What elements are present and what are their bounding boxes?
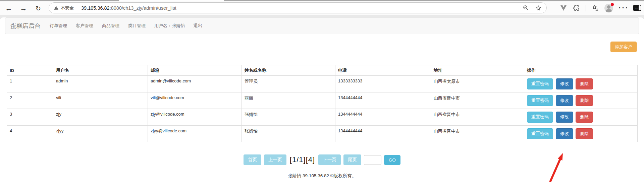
cell-username: admin <box>53 76 148 92</box>
table-row: 2 vili vili@vilicode.com 丽丽 1344444444 山… <box>7 92 638 109</box>
edit-button-target[interactable]: 修改 <box>556 128 573 139</box>
cell-username: zjyy <box>53 125 148 142</box>
cell-actions: 重置密码 修改 删除 <box>524 76 638 92</box>
active-tab[interactable] <box>119 0 224 1</box>
edit-button[interactable]: 修改 <box>556 78 573 89</box>
collections-icon[interactable] <box>592 4 599 11</box>
edit-button[interactable]: 修改 <box>556 112 573 122</box>
warning-triangle-icon <box>54 5 59 10</box>
delete-button[interactable]: 删除 <box>576 112 593 122</box>
cell-address: 山西省晋中市 <box>431 125 524 142</box>
cell-id: 3 <box>7 109 53 125</box>
nav-item-logout[interactable]: 退出 <box>189 23 207 29</box>
next-page-button[interactable]: 下一页 <box>318 154 341 165</box>
cell-email: admin@vilicode.com <box>148 76 242 92</box>
nav-item-categories[interactable]: 类目管理 <box>124 23 150 29</box>
cell-phone: 1344444444 <box>335 92 431 109</box>
add-customer-button[interactable]: 添加客户 <box>610 42 637 52</box>
nav-item-products[interactable]: 商品管理 <box>98 23 124 29</box>
reset-password-button[interactable]: 重置密码 <box>527 128 553 139</box>
table-header-row: ID 用户名 邮箱 姓名或名称 电话 地址 操作 <box>7 65 638 76</box>
more-options-icon[interactable]: • • • <box>619 5 628 10</box>
col-header-actions: 操作 <box>524 65 638 76</box>
page-number-input[interactable] <box>364 155 381 165</box>
cell-name: 管理员 <box>242 76 335 92</box>
cell-phone: 1333333333 <box>335 76 431 92</box>
zoom-out-icon[interactable] <box>523 5 529 11</box>
reset-password-button[interactable]: 重置密码 <box>527 78 553 89</box>
delete-button[interactable]: 删除 <box>576 78 593 89</box>
table-row: 1 admin admin@vilicode.com 管理员 133333333… <box>7 76 638 92</box>
cell-email: zjyy@vilicode.com <box>148 125 242 142</box>
reset-password-button[interactable]: 重置密码 <box>527 95 553 106</box>
top-navbar: 蛋糕店后台 订单管理 客户管理 商品管理 类目管理 用户名：张婧怡 退出 <box>5 17 639 34</box>
last-page-button[interactable]: 尾页 <box>343 154 361 165</box>
reset-password-button[interactable]: 重置密码 <box>527 112 553 122</box>
cell-name: 丽丽 <box>242 92 335 109</box>
cell-name: 张婧怡 <box>242 109 335 125</box>
table-row: 3 zjy zjy@vilicode.com 张婧怡 1344444444 山西… <box>7 109 638 125</box>
cell-address: 山西省晋中市 <box>431 92 524 109</box>
brand-title[interactable]: 蛋糕店后台 <box>5 22 45 30</box>
user-table: ID 用户名 邮箱 姓名或名称 电话 地址 操作 1 admin admin@v… <box>7 65 638 142</box>
actions-bar: 添加客户 <box>0 42 637 52</box>
col-header-phone: 电话 <box>335 65 431 76</box>
nav-item-customers[interactable]: 客户管理 <box>71 23 98 29</box>
cell-phone: 1344444444 <box>335 125 431 142</box>
col-header-email: 邮箱 <box>148 65 242 76</box>
toolbar-divider <box>586 5 586 11</box>
delete-button[interactable]: 删除 <box>576 95 593 106</box>
cell-email: vili@vilicode.com <box>148 92 242 109</box>
url-text: 39.105.36.82:8080/ch13_zjy/admin/user_li… <box>81 5 176 11</box>
cell-address: 山西省太原市 <box>431 76 524 92</box>
go-button[interactable]: GO <box>384 155 400 165</box>
page-info: [1/1][4] <box>290 155 315 164</box>
edit-button[interactable]: 修改 <box>556 95 573 106</box>
notification-dot <box>611 3 614 6</box>
cell-actions: 重置密码 修改 删除 <box>524 109 638 125</box>
nav-item-orders[interactable]: 订单管理 <box>45 23 71 29</box>
delete-button[interactable]: 删除 <box>576 128 593 139</box>
cell-id: 1 <box>7 76 53 92</box>
cell-email: zjy@vilicode.com <box>148 109 242 125</box>
browser-chrome: ← → ↻ 不安全 39.105.36.82:8080/ch13_zjy/adm… <box>0 0 644 15</box>
tab-strip <box>0 0 644 1</box>
extensions-icon[interactable] <box>573 4 580 11</box>
col-header-username: 用户名 <box>53 65 148 76</box>
security-badge-label: 不安全 <box>61 5 74 11</box>
vue-devtools-icon[interactable] <box>560 5 567 11</box>
footer-copyright: 张婧怡 39.105.36.82 ©版权所有。 <box>0 173 644 179</box>
back-button[interactable]: ← <box>3 3 14 13</box>
url-host: 39.105.36.82 <box>81 5 110 11</box>
col-header-address: 地址 <box>431 65 524 76</box>
cell-id: 4 <box>7 125 53 142</box>
address-bar[interactable]: 不安全 39.105.36.82:8080/ch13_zjy/admin/use… <box>49 2 547 13</box>
cell-phone: 1344444444 <box>335 109 431 125</box>
cell-id: 2 <box>7 92 53 109</box>
url-path: :8080/ch13_zjy/admin/user_list <box>110 5 176 11</box>
cell-username: zjy <box>53 109 148 125</box>
first-page-button[interactable]: 首页 <box>244 154 261 165</box>
nav-item-username: 用户名：张婧怡 <box>150 23 189 29</box>
profile-avatar[interactable] <box>604 4 613 12</box>
cell-address: 山西省晋中市 <box>431 109 524 125</box>
page-content: 蛋糕店后台 订单管理 客户管理 商品管理 类目管理 用户名：张婧怡 退出 添加客… <box>0 17 644 193</box>
cell-username: vili <box>53 92 148 109</box>
cell-name: 张婧怡 <box>242 125 335 142</box>
sidebar-toggle-icon[interactable]: ← <box>633 5 641 11</box>
table-row: 4 zjyy zjyy@vilicode.com 张婧怡 1344444444 … <box>7 125 638 142</box>
cell-actions: 重置密码 修改 删除 <box>524 125 638 142</box>
col-header-id: ID <box>7 65 53 76</box>
cell-actions: 重置密码 修改 删除 <box>524 92 638 109</box>
bookmark-star-icon[interactable] <box>535 5 542 11</box>
forward-button[interactable]: → <box>18 3 29 13</box>
refresh-button[interactable]: ↻ <box>33 3 44 13</box>
security-chip[interactable]: 不安全 <box>54 5 74 11</box>
col-header-name: 姓名或名称 <box>242 65 335 76</box>
prev-page-button[interactable]: 上一页 <box>264 154 286 165</box>
pagination: 首页 上一页 [1/1][4] 下一页 尾页 GO <box>0 154 644 165</box>
